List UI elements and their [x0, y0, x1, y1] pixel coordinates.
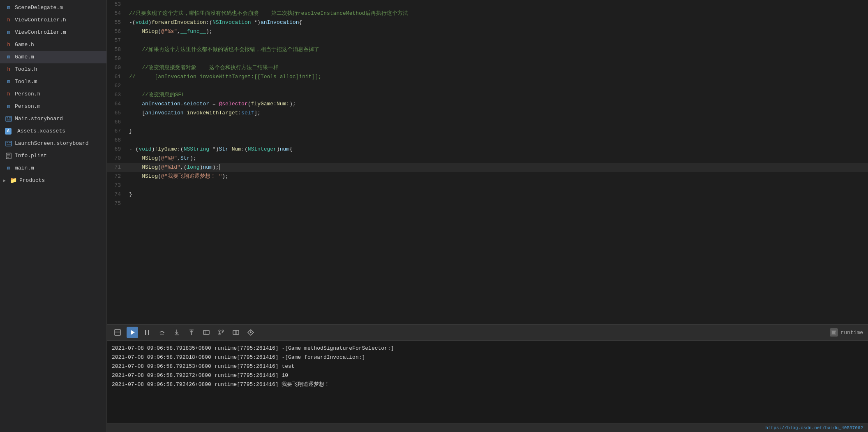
svg-rect-12 — [115, 330, 120, 335]
svg-rect-7 — [7, 144, 11, 145]
svg-rect-3 — [7, 119, 11, 121]
toolbar-play-icon[interactable] — [127, 327, 138, 338]
sidebar: m SceneDelegate.m h ViewController.h m V… — [0, 0, 107, 432]
svg-marker-14 — [131, 330, 135, 335]
toolbar-step-into-icon[interactable] — [171, 327, 182, 338]
toolbar-inspect-icon[interactable] — [230, 327, 242, 338]
sidebar-label: Assets.xcassets — [17, 127, 65, 136]
products-label: Products — [19, 177, 45, 183]
code-line-72: 72 NSLog(@"我要飞翔追逐梦想！ "); — [107, 172, 868, 181]
sidebar-item-main-m[interactable]: m main.m — [0, 162, 106, 174]
runtime-label-container: runtime — [830, 328, 863, 337]
sidebar-item-main-storyboard[interactable]: Main.storyboard — [0, 113, 106, 125]
toolbar-location-icon[interactable] — [245, 327, 256, 338]
sidebar-item-info-plist[interactable]: Info.plist — [0, 150, 106, 162]
code-line-73: 73 — [107, 181, 868, 190]
svg-rect-4 — [6, 141, 12, 146]
code-line-54: 54 //只要实现了这个方法，哪怕里面没有代码也不会崩溃 第二次执行resolv… — [107, 9, 868, 18]
file-icon-h: h — [5, 91, 12, 98]
svg-point-30 — [250, 332, 252, 333]
code-line-61: 61 // [anInvocation invokeWithTarget:[[T… — [107, 72, 868, 81]
code-line-58: 58 //如果再这个方法里什么都不做的话也不会报错，相当于把这个消息吞掉了 — [107, 45, 868, 54]
console-line-2: 2021-07-08 09:06:58.792018+0800 runtime[… — [112, 353, 863, 362]
svg-rect-22 — [203, 330, 209, 334]
code-line-55: 55 -(void)forwardInvocation:(NSInvocatio… — [107, 18, 868, 27]
file-icon-m: m — [5, 53, 12, 61]
console-line-5: 2021-07-08 09:06:58.792426+0800 runtime[… — [112, 380, 863, 389]
code-editor[interactable]: 53 54 //只要实现了这个方法，哪怕里面没有代码也不会崩溃 第二次执行res… — [107, 0, 868, 324]
toolbar-frame-icon[interactable] — [201, 327, 212, 338]
svg-point-24 — [219, 330, 220, 332]
code-line-71: 71 NSLog(@"%ld",(long)num); — [107, 163, 868, 172]
sidebar-label: Tools.m — [15, 77, 37, 86]
code-line-59: 59 — [107, 54, 868, 63]
main-content: 53 54 //只要实现了这个方法，哪怕里面没有代码也不会崩溃 第二次执行res… — [107, 0, 868, 432]
file-icon-h: h — [5, 66, 12, 73]
file-icon-m: m — [5, 29, 12, 36]
folder-icon: 📁 — [10, 177, 17, 184]
code-line-65: 65 [anInvocation invokeWithTarget:self]; — [107, 109, 868, 118]
svg-rect-16 — [148, 330, 149, 335]
file-icon-plist — [5, 152, 12, 160]
sidebar-item-view-controller-h[interactable]: h ViewController.h — [0, 14, 106, 26]
sidebar-item-tools-h[interactable]: h Tools.h — [0, 63, 106, 76]
svg-rect-15 — [145, 330, 146, 335]
sidebar-item-tools-m[interactable]: m Tools.m — [0, 76, 106, 88]
code-line-57: 57 — [107, 36, 868, 45]
code-line-75: 75 — [107, 199, 868, 208]
sidebar-label: Tools.h — [15, 65, 37, 74]
svg-point-25 — [222, 330, 224, 332]
sidebar-item-person-m[interactable]: m Person.m — [0, 100, 106, 113]
sidebar-label: Game.m — [15, 53, 34, 62]
code-line-63: 63 //改变消息的SEL — [107, 91, 868, 100]
sidebar-item-view-controller-m[interactable]: m ViewController.m — [0, 26, 106, 39]
toolbar-step-out-icon[interactable] — [186, 327, 197, 338]
runtime-icon — [830, 328, 838, 337]
toolbar-step-over-icon[interactable] — [156, 327, 168, 338]
file-icon-m: m — [5, 4, 12, 12]
toolbar-branch-icon[interactable] — [215, 327, 227, 338]
code-line-60: 60 //改变消息接受者对象 这个会和执行方法二结果一样 — [107, 63, 868, 72]
runtime-label: runtime — [840, 330, 863, 336]
svg-rect-0 — [6, 116, 12, 121]
sidebar-label: Person.h — [15, 90, 40, 99]
sidebar-label: Person.m — [15, 102, 40, 111]
console-output: 2021-07-08 09:06:58.791835+0800 runtime[… — [107, 341, 868, 423]
console-line-3: 2021-07-08 09:06:58.792153+0800 runtime[… — [112, 362, 863, 371]
svg-rect-6 — [9, 142, 11, 143]
sidebar-label: Info.plist — [15, 151, 47, 160]
toolbar-pause-icon[interactable] — [141, 327, 153, 338]
svg-rect-27 — [233, 330, 239, 334]
code-line-74: 74 } — [107, 190, 868, 199]
code-line-66: 66 — [107, 118, 868, 127]
sidebar-label: ViewController.m — [15, 28, 66, 37]
status-bar: https://blog.csdn.net/baidu_40537062 — [107, 423, 868, 432]
sidebar-item-launch-screen-storyboard[interactable]: LaunchScreen.storyboard — [0, 137, 106, 150]
file-icon-xcassets: A — [5, 128, 12, 135]
file-icon-m2: m — [5, 165, 12, 172]
console-line-1: 2021-07-08 09:06:58.791835+0800 runtime[… — [112, 344, 863, 353]
sidebar-item-person-h[interactable]: h Person.h — [0, 88, 106, 100]
code-line-69: 69 - (void)flyGame:(NSString *)Str Num:(… — [107, 145, 868, 154]
sidebar-item-game-h[interactable]: h Game.h — [0, 39, 106, 51]
sidebar-label: main.m — [15, 164, 34, 173]
sidebar-label: SceneDelegate.m — [15, 3, 63, 12]
svg-rect-2 — [9, 117, 11, 118]
sidebar-item-game-m[interactable]: m Game.m — [0, 51, 106, 63]
toolbar-square-icon[interactable] — [112, 327, 123, 338]
sidebar-label: ViewController.h — [15, 16, 66, 25]
sidebar-item-scene-delegate-m[interactable]: m SceneDelegate.m — [0, 2, 106, 14]
code-line-70: 70 NSLog(@"%@",Str); — [107, 154, 868, 163]
code-line-68: 68 — [107, 136, 868, 145]
sidebar-item-products[interactable]: ▶ 📁 Products — [0, 174, 106, 186]
file-icon-h: h — [5, 16, 12, 24]
sidebar-label: LaunchScreen.storyboard — [15, 139, 88, 148]
sidebar-item-assets-xcassets[interactable]: A Assets.xcassets — [0, 125, 106, 137]
code-line-62: 62 — [107, 81, 868, 91]
editor-toolbar: runtime — [107, 324, 868, 341]
file-icon-h: h — [5, 41, 12, 49]
sidebar-label: Main.storyboard — [15, 114, 63, 123]
footer-link[interactable]: https://blog.csdn.net/baidu_40537062 — [765, 425, 863, 430]
sidebar-label: Game.h — [15, 40, 34, 49]
chevron-right-icon: ▶ — [3, 178, 9, 183]
